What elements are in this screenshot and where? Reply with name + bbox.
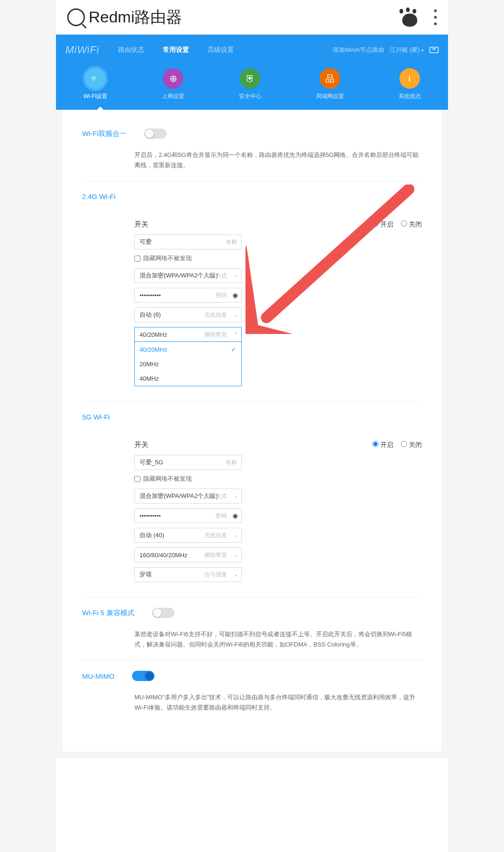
subnav-security[interactable]: ⛨安全中心 xyxy=(239,68,261,100)
chevron-down-icon: ⌄ xyxy=(234,273,238,278)
chevron-down-icon: ⌄ xyxy=(234,532,238,538)
subnav-system[interactable]: i系统状态 xyxy=(399,68,421,100)
check-icon: ✓ xyxy=(231,346,237,353)
dualband-desc: 开启后，2.4G和5G将合并显示为同一个名称，路由器将优先为终端选择5G网络。合… xyxy=(82,150,422,170)
chevron-down-icon: ⌄ xyxy=(234,312,238,317)
wifi5-compat-toggle[interactable] xyxy=(152,608,175,618)
page-title: Redmi路由器 xyxy=(89,7,182,28)
bw-option-40[interactable]: 40MHz xyxy=(135,371,241,386)
mail-icon[interactable] xyxy=(429,47,439,53)
chevron-up-icon: ⌃ xyxy=(234,332,238,337)
more-icon[interactable] xyxy=(434,9,437,25)
baidu-icon[interactable] xyxy=(399,8,421,27)
bw-option-20[interactable]: 20MHz xyxy=(135,357,241,371)
mumimo-toggle[interactable] xyxy=(132,671,154,681)
search-icon[interactable] xyxy=(67,8,85,26)
subnav-wifi[interactable]: ᯤWi-Fi设置 xyxy=(83,68,107,100)
info-icon: i xyxy=(399,68,420,89)
add-mesh-link[interactable]: 添加Mesh节点路由 xyxy=(333,46,384,54)
wifi24-off-radio[interactable]: 关闭 xyxy=(401,220,422,229)
wifi5g-hide-checkbox[interactable]: 隐藏网络不被发现 xyxy=(134,475,422,483)
wifi24-switch-label: 开关 xyxy=(134,220,189,229)
dualband-toggle[interactable] xyxy=(144,128,167,139)
chevron-down-icon: ⌄ xyxy=(234,493,238,498)
wifi-icon: ᯤ xyxy=(85,68,105,89)
wifi5g-off-radio[interactable]: 关闭 xyxy=(401,441,422,449)
wifi24-on-radio[interactable]: 开启 xyxy=(372,220,393,229)
wifi5-compat-desc: 某些老设备对Wi-Fi6支持不好，可能扫描不到信号或者连接不上等。开启此开关后，… xyxy=(82,629,422,650)
network-icon: 品 xyxy=(320,68,340,89)
chevron-down-icon: ▾ xyxy=(421,48,424,53)
subnav-lan[interactable]: 品局域网设置 xyxy=(316,68,344,100)
user-menu[interactable]: 江川铭 (家) ▾ xyxy=(390,46,424,54)
wifi24-bandwidth-dropdown: 40/20MHz✓ 20MHz 40MHz xyxy=(134,342,242,386)
chevron-down-icon: ⌄ xyxy=(234,572,238,577)
mumimo-desc: MU-MIMO"多用户多入多出"技术，可以让路由器与多台终端同时通信，极大改善无… xyxy=(82,692,422,713)
eye-icon[interactable]: ◉ xyxy=(232,291,238,299)
eye-icon[interactable]: ◉ xyxy=(232,512,238,519)
tab-advanced[interactable]: 高级设置 xyxy=(208,46,234,54)
wifi24-hide-checkbox[interactable]: 隐藏网络不被发现 xyxy=(134,254,422,263)
dualband-title: Wi-Fi双频合一 xyxy=(82,129,126,138)
bw-option-4020[interactable]: 40/20MHz✓ xyxy=(135,342,241,357)
tab-common[interactable]: 常用设置 xyxy=(163,46,189,54)
miwifi-logo: MiWiFi xyxy=(65,44,99,56)
chevron-down-icon: ⌄ xyxy=(234,552,238,557)
wifi24-heading: 2.4G Wi-Fi xyxy=(82,181,422,204)
tab-status[interactable]: 路由状态 xyxy=(118,46,144,54)
mumimo-title: MU-MIMO xyxy=(82,672,114,680)
wifi5-compat-title: Wi-Fi 5 兼容模式 xyxy=(82,609,134,618)
wifi5g-heading: 5G Wi-Fi xyxy=(82,402,422,425)
wifi5g-on-radio[interactable]: 开启 xyxy=(372,441,393,449)
wifi5g-switch-label: 开关 xyxy=(134,440,189,449)
shield-icon: ⛨ xyxy=(240,68,260,89)
globe-icon: ⊕ xyxy=(163,68,183,89)
subnav-internet[interactable]: ⊕上网设置 xyxy=(162,68,184,100)
